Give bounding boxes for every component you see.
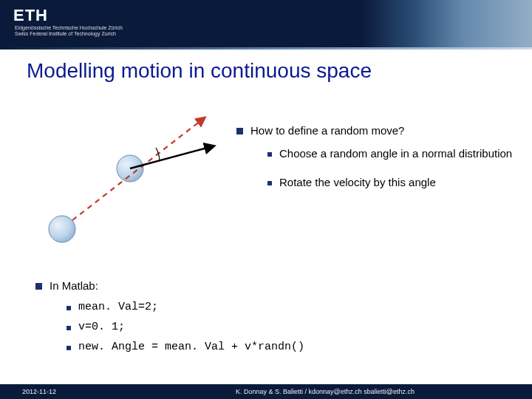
sub-bullet-text: Choose a random angle in a normal distri… bbox=[279, 147, 512, 160]
bullet-square-icon bbox=[66, 326, 71, 330]
header-divider bbox=[0, 47, 532, 50]
matlab-line-row: v=0. 1; bbox=[66, 321, 304, 333]
matlab-heading-row: In Matlab: bbox=[35, 279, 304, 292]
matlab-lines: mean. Val=2; v=0. 1; new. Angle = mean. … bbox=[66, 301, 304, 353]
footer-credits: K. Donnay & S. Balietti / kdonnay@ethz.c… bbox=[118, 388, 532, 395]
motion-diagram bbox=[27, 111, 219, 251]
sub-bullet-row: Choose a random angle in a normal distri… bbox=[267, 147, 517, 160]
svg-point-0 bbox=[49, 216, 75, 242]
footer-date: 2012-11-12 bbox=[0, 388, 118, 395]
sub-bullet-text: Rotate the velocity by this angle bbox=[279, 176, 436, 188]
main-bullet-text: How to define a random move? bbox=[250, 124, 404, 137]
slide-footer: 2012-11-12 K. Donnay & S. Balietti / kdo… bbox=[0, 384, 532, 399]
matlab-heading-text: In Matlab: bbox=[50, 279, 98, 292]
eth-logo: ETH bbox=[13, 6, 48, 25]
main-bullet-row: How to define a random move? bbox=[236, 124, 517, 137]
sub-bullets: Choose a random angle in a normal distri… bbox=[267, 147, 517, 188]
bullet-square-icon bbox=[66, 306, 71, 310]
eth-subtitle: Eidgenössische Technische Hochschule Zür… bbox=[15, 25, 123, 38]
matlab-line-row: mean. Val=2; bbox=[66, 301, 304, 313]
bullet-square-icon bbox=[267, 181, 272, 185]
bullet-square-icon bbox=[35, 283, 42, 290]
matlab-code-line: new. Angle = mean. Val + v*randn() bbox=[78, 341, 304, 353]
eth-subtitle-line2: Swiss Federal Institute of Technology Zu… bbox=[15, 31, 123, 37]
header-background bbox=[0, 0, 532, 47]
svg-line-3 bbox=[130, 146, 213, 168]
slide-header: ETH Eidgenössische Technische Hochschule… bbox=[0, 0, 532, 47]
sub-bullet-row: Rotate the velocity by this angle bbox=[267, 176, 517, 188]
eth-subtitle-line1: Eidgenössische Technische Hochschule Zür… bbox=[15, 25, 123, 31]
bullet-block-main: How to define a random move? Choose a ra… bbox=[236, 124, 517, 205]
matlab-line-row: new. Angle = mean. Val + v*randn() bbox=[66, 341, 304, 353]
bullet-square-icon bbox=[66, 346, 71, 350]
matlab-code-line: mean. Val=2; bbox=[78, 301, 158, 313]
slide-title: Modelling motion in continuous space bbox=[27, 59, 372, 83]
bullet-square-icon bbox=[236, 128, 243, 134]
matlab-code-line: v=0. 1; bbox=[78, 321, 125, 333]
matlab-block: In Matlab: mean. Val=2; v=0. 1; new. Ang… bbox=[35, 279, 304, 361]
bullet-square-icon bbox=[267, 152, 272, 157]
